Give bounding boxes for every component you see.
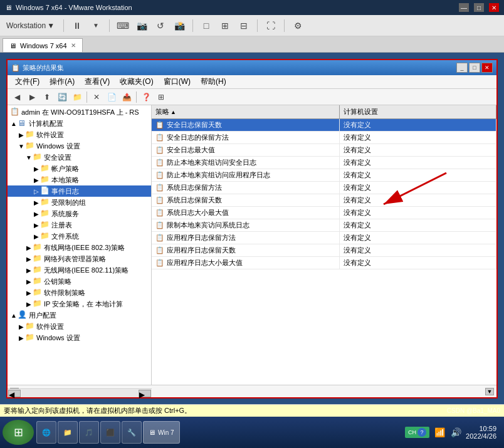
tree-item-ipsec[interactable]: ▶ 📁 IP 安全策略，在 本地计算 bbox=[8, 298, 151, 310]
expand-user-software[interactable]: ▶ bbox=[18, 323, 25, 330]
expand-registry[interactable]: ▶ bbox=[33, 222, 40, 229]
header-policy[interactable]: 策略 ▲ bbox=[152, 105, 340, 118]
fullscreen-button[interactable]: ⛶ bbox=[263, 18, 279, 33]
ch-indicator[interactable]: CH ? bbox=[405, 427, 429, 438]
tree-item-eventlog[interactable]: ▷ 📄 事件日志 bbox=[8, 185, 151, 197]
policy-menu-help[interactable]: 帮助(H) bbox=[196, 75, 231, 88]
maximize-button[interactable]: □ bbox=[474, 3, 484, 12]
snapshot-button[interactable]: 📷 bbox=[134, 18, 150, 33]
expand-wireless[interactable]: ▶ bbox=[25, 267, 33, 274]
vm-screen[interactable]: 📋 策略的结果集 _ □ ✕ 文件(F) 操作(A) 查看(V) 收藏夹(O) … bbox=[0, 53, 504, 405]
tree-item-sysservice[interactable]: ▶ 📁 系统服务 bbox=[8, 208, 151, 219]
taskbar-item-tools[interactable]: 🔧 bbox=[122, 421, 142, 444]
tree-item-computer[interactable]: ▲ 🖥 计算机配置 bbox=[8, 118, 151, 129]
volume-icon[interactable]: 🔊 bbox=[449, 426, 462, 439]
view-button[interactable]: □ bbox=[198, 18, 214, 33]
policy-menu-window[interactable]: 窗口(W) bbox=[159, 75, 196, 88]
expand-security[interactable]: ▼ bbox=[25, 154, 33, 161]
tree-item-security[interactable]: ▼ 📁 安全设置 bbox=[8, 152, 151, 163]
taskbar-item-vm-active[interactable]: 🖥 Win 7 bbox=[143, 421, 180, 444]
tree-root-item[interactable]: 📋 admin 在 WIN-OO91T19HSFA 上 - RS bbox=[8, 107, 151, 118]
snapshot2-button[interactable]: 📸 bbox=[171, 18, 187, 33]
forward-button[interactable]: ▶ bbox=[25, 91, 39, 103]
list-row-2[interactable]: 📋 安全日志最大值 没有定义 bbox=[152, 144, 496, 157]
tree-item-wired[interactable]: ▶ 📁 有线网络(IEEE 802.3)策略 bbox=[8, 242, 151, 253]
minimize-button[interactable]: — bbox=[459, 3, 469, 12]
taskbar-item-media[interactable]: 🎵 bbox=[79, 421, 99, 444]
list-row-3[interactable]: 📋 防止本地来宾组访问安全日志 没有定义 bbox=[152, 157, 496, 169]
tree-item-local[interactable]: ▶ 📁 本地策略 bbox=[8, 174, 151, 185]
tree-item-registry[interactable]: ▶ 📁 注册表 bbox=[8, 219, 151, 231]
refresh-button[interactable]: 🔄 bbox=[55, 91, 69, 103]
up-button[interactable]: ⬆ bbox=[40, 91, 54, 103]
tree-item-filesystem[interactable]: ▶ 📁 文件系统 bbox=[8, 231, 151, 242]
revert-button[interactable]: ↺ bbox=[152, 18, 169, 33]
send-ctrl-alt-del-button[interactable]: ⌨ bbox=[115, 18, 131, 33]
expand-restricted[interactable]: ▶ bbox=[33, 199, 40, 206]
policy-close-button[interactable]: ✕ bbox=[481, 63, 493, 73]
tree-item-user-software[interactable]: ▶ 📁 软件设置 bbox=[8, 321, 151, 332]
list-row-4[interactable]: 📋 防止本地来宾组访问应用程序日志 没有定义 bbox=[152, 169, 496, 182]
view3-button[interactable]: ⊟ bbox=[236, 18, 252, 33]
tab-close-button[interactable]: ✕ bbox=[71, 42, 76, 49]
list-row-1[interactable]: 📋 安全日志的保留方法 没有定义 bbox=[152, 132, 496, 144]
expand-computer[interactable]: ▲ bbox=[10, 120, 18, 127]
policy-menu-view[interactable]: 查看(V) bbox=[80, 75, 115, 88]
expand-eventlog[interactable]: ▷ bbox=[33, 188, 40, 195]
policy-minimize-button[interactable]: _ bbox=[456, 63, 468, 73]
help-tool-button[interactable]: ❓ bbox=[139, 91, 153, 103]
settings-button[interactable]: ⚙ bbox=[290, 18, 306, 33]
export-button[interactable]: 📤 bbox=[120, 91, 134, 103]
view2-button[interactable]: ⊞ bbox=[217, 18, 233, 33]
header-setting[interactable]: 计算机设置 bbox=[340, 105, 496, 118]
close-button[interactable]: ✕ bbox=[489, 3, 499, 12]
taskbar-item-cmd[interactable]: ⬛ bbox=[100, 421, 120, 444]
tree-item-netlist[interactable]: ▶ 📁 网络列表管理器策略 bbox=[8, 253, 151, 264]
pause-button[interactable]: ⏸ bbox=[69, 18, 85, 33]
expand-ipsec[interactable]: ▶ bbox=[25, 301, 33, 308]
expand-sysservice[interactable]: ▶ bbox=[33, 211, 40, 217]
expand-software[interactable]: ▶ bbox=[18, 132, 25, 138]
expand-softrestrict[interactable]: ▶ bbox=[25, 289, 33, 296]
tree-item-windows[interactable]: ▼ 📁 Windows 设置 bbox=[8, 140, 151, 152]
policy-menu-file[interactable]: 文件(F) bbox=[10, 75, 45, 88]
list-row-11[interactable]: 📋 应用程序日志大小最大值 没有定义 bbox=[152, 257, 496, 269]
list-row-7[interactable]: 📋 系统日志大小最大值 没有定义 bbox=[152, 207, 496, 219]
list-row-9[interactable]: 📋 应用程序日志保留方法 没有定义 bbox=[152, 232, 496, 244]
toolbar-dropdown-btn[interactable]: ▼ bbox=[88, 18, 104, 33]
delete-button[interactable]: ✕ bbox=[90, 91, 103, 103]
policy-menu-favorites[interactable]: 收藏夹(O) bbox=[115, 75, 158, 88]
expand-local[interactable]: ▶ bbox=[33, 177, 40, 184]
list-row-5[interactable]: 📋 系统日志保留方法 没有定义 bbox=[152, 182, 496, 194]
expand-pubkey[interactable]: ▶ bbox=[25, 278, 33, 285]
tree-item-user[interactable]: ▲ 👤 用户配置 bbox=[8, 310, 151, 321]
taskbar-item-explorer[interactable]: 📁 bbox=[58, 421, 78, 444]
clock[interactable]: 10:59 2022/4/26 bbox=[466, 425, 496, 440]
scroll-down-btn[interactable]: ▼ bbox=[485, 388, 494, 395]
expand-user[interactable]: ▲ bbox=[10, 312, 18, 319]
expand-netlist[interactable]: ▶ bbox=[25, 256, 33, 263]
extra-button[interactable]: ⊞ bbox=[154, 91, 168, 103]
taskbar-item-ie[interactable]: 🌐 bbox=[36, 421, 56, 444]
tree-item-softrestrict[interactable]: ▶ 📁 软件限制策略 bbox=[8, 287, 151, 298]
policy-maximize-button[interactable]: □ bbox=[469, 63, 480, 73]
tree-item-wireless[interactable]: ▶ 📁 无线网络(IEEE 802.11)策略 bbox=[8, 264, 151, 276]
list-row-8[interactable]: 📋 限制本地来宾访问系统日志 没有定义 bbox=[152, 219, 496, 232]
tree-item-restricted[interactable]: ▶ 📁 受限制的组 bbox=[8, 197, 151, 208]
start-button[interactable]: ⊞ bbox=[3, 420, 34, 445]
tree-item-account[interactable]: ▶ 📁 帐户策略 bbox=[8, 163, 151, 174]
expand-account[interactable]: ▶ bbox=[33, 165, 40, 172]
tree-item-user-windows[interactable]: ▶ 📁 Windows 设置 bbox=[8, 332, 151, 343]
expand-user-windows[interactable]: ▶ bbox=[18, 335, 25, 341]
vm-tab[interactable]: 🖥 Windows 7 x64 ✕ bbox=[3, 38, 83, 52]
expand-filesystem[interactable]: ▶ bbox=[33, 233, 40, 240]
folder-button[interactable]: 📁 bbox=[70, 91, 84, 103]
list-row-6[interactable]: 📋 系统日志保留天数 没有定义 bbox=[152, 194, 496, 207]
tree-item-pubkey[interactable]: ▶ 📁 公钥策略 bbox=[8, 276, 151, 287]
expand-wired[interactable]: ▶ bbox=[25, 244, 33, 251]
policy-menu-action[interactable]: 操作(A) bbox=[45, 75, 80, 88]
list-row-10[interactable]: 📋 应用程序日志保留天数 没有定义 bbox=[152, 244, 496, 257]
properties-button[interactable]: 📄 bbox=[105, 91, 118, 103]
workstation-menu[interactable]: Workstation ▼ bbox=[3, 19, 58, 33]
list-row-0[interactable]: 📋 安全日志保留天数 没有定义 bbox=[152, 119, 496, 132]
